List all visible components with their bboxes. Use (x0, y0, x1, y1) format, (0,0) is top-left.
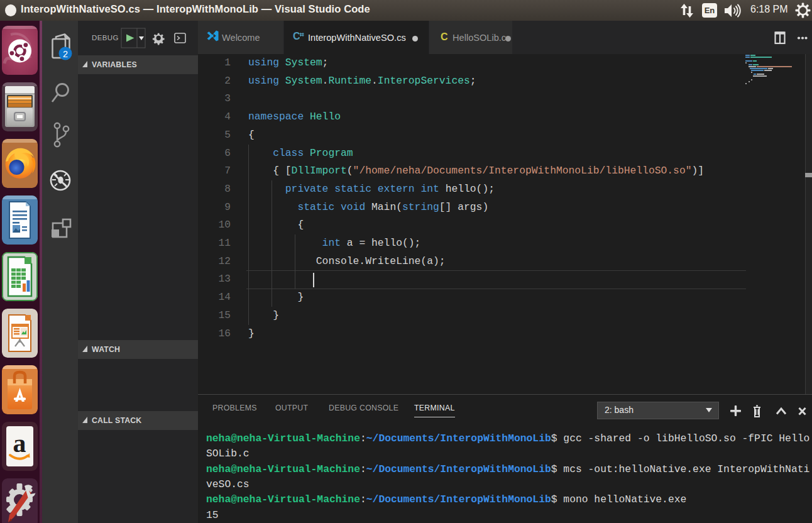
svg-text:a: a (13, 429, 26, 458)
svg-text:C: C (293, 31, 300, 41)
svg-text:2: 2 (63, 49, 68, 59)
